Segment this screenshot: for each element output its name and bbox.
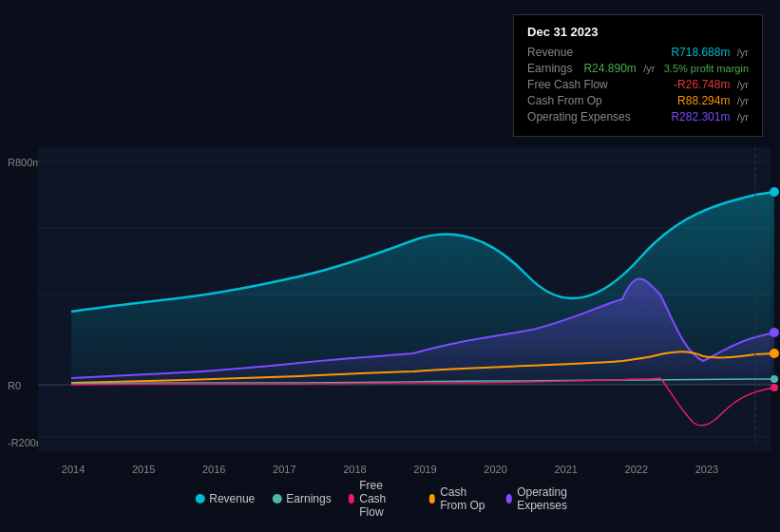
legend-cfo: Cash From Op bbox=[429, 485, 489, 512]
cfo-dot bbox=[770, 349, 779, 358]
tooltip-label-fcf: Free Cash Flow bbox=[527, 78, 608, 91]
legend-dot-fcf bbox=[349, 494, 355, 504]
x-label-2022: 2022 bbox=[625, 464, 648, 475]
legend-dot-cfo bbox=[429, 494, 436, 504]
legend-fcf: Free Cash Flow bbox=[349, 479, 412, 519]
legend-dot-revenue bbox=[195, 494, 204, 504]
tooltip-row-earnings: Earnings R24.890m /yr 3.5% profit margin bbox=[527, 62, 749, 75]
legend: Revenue Earnings Free Cash Flow Cash Fro… bbox=[195, 479, 585, 519]
x-axis-labels: 2014 2015 2016 2017 2018 2019 2020 2021 … bbox=[0, 464, 780, 475]
tooltip-value-cfo: R88.294m bbox=[677, 94, 730, 107]
legend-opex: Operating Expenses bbox=[506, 485, 585, 512]
legend-dot-earnings bbox=[272, 494, 281, 504]
x-label-2023: 2023 bbox=[695, 464, 718, 475]
x-label-2021: 2021 bbox=[554, 464, 577, 475]
tooltip-row-opex: Operating Expenses R282.301m /yr bbox=[527, 110, 749, 124]
legend-label-cfo: Cash From Op bbox=[440, 485, 488, 512]
legend-revenue: Revenue bbox=[195, 492, 255, 505]
tooltip-label-revenue: Revenue bbox=[527, 46, 573, 59]
legend-label-earnings: Earnings bbox=[286, 492, 331, 505]
legend-dot-opex bbox=[506, 494, 513, 504]
x-label-2016: 2016 bbox=[202, 464, 225, 475]
fcf-dot bbox=[770, 384, 778, 391]
tooltip-value-revenue: R718.688m bbox=[671, 46, 730, 59]
tooltip-label-opex: Operating Expenses bbox=[527, 110, 631, 124]
tooltip-row-revenue: Revenue R718.688m /yr bbox=[527, 46, 749, 59]
tooltip-row-fcf: Free Cash Flow -R26.748m /yr bbox=[527, 78, 749, 91]
x-label-2020: 2020 bbox=[484, 464, 506, 475]
earnings-dot bbox=[770, 375, 778, 383]
x-label-2018: 2018 bbox=[343, 464, 366, 475]
x-label-2017: 2017 bbox=[273, 464, 295, 475]
tooltip-title: Dec 31 2023 bbox=[527, 25, 749, 39]
tooltip-label-cfo: Cash From Op bbox=[527, 94, 602, 107]
tooltip-profit-margin: 3.5% profit margin bbox=[664, 63, 749, 74]
tooltip-value-fcf: -R26.748m bbox=[674, 78, 730, 91]
x-label-2014: 2014 bbox=[62, 464, 85, 475]
legend-earnings: Earnings bbox=[272, 492, 331, 505]
chart-container: Dec 31 2023 Revenue R718.688m /yr Earnin… bbox=[0, 0, 780, 532]
opex-dot bbox=[770, 328, 779, 337]
revenue-dot bbox=[770, 187, 779, 197]
legend-label-fcf: Free Cash Flow bbox=[359, 479, 411, 519]
x-label-2015: 2015 bbox=[132, 464, 155, 475]
tooltip-row-cfo: Cash From Op R88.294m /yr bbox=[527, 94, 749, 107]
x-label-2019: 2019 bbox=[413, 464, 436, 475]
legend-label-revenue: Revenue bbox=[209, 492, 255, 505]
tooltip-value-earnings: R24.890m bbox=[583, 62, 636, 75]
legend-label-opex: Operating Expenses bbox=[517, 485, 585, 512]
tooltip-box: Dec 31 2023 Revenue R718.688m /yr Earnin… bbox=[513, 14, 763, 137]
tooltip-value-opex: R282.301m bbox=[671, 110, 730, 124]
tooltip-label-earnings: Earnings bbox=[527, 62, 572, 75]
